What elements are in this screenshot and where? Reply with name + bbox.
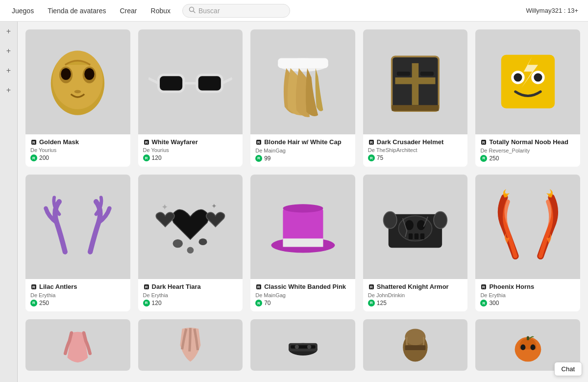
thumbnail-dark-heart-tiara: ✦ ✦ ✦	[138, 175, 243, 280]
item-price-dark-crusader: R 75	[368, 154, 463, 161]
svg-text:✦: ✦	[161, 203, 168, 212]
robux-price-icon: R	[255, 300, 262, 306]
nav-crear[interactable]: Crear	[114, 4, 143, 18]
main-content: R Golden Mask De Yourius R 200	[18, 22, 588, 382]
item-creator-dark-heart-tiara: De Erythia	[143, 292, 238, 298]
svg-rect-28	[392, 105, 439, 111]
item-creator-noob-head: De Reverse_Polarity	[480, 148, 575, 153]
thumbnail-classic-white-banded	[250, 175, 355, 280]
item-card-blonde-hair[interactable]: R Blonde Hair w/ White Cap De MainGag R …	[250, 29, 355, 167]
item-card-pink-outfit[interactable]	[25, 319, 130, 371]
item-name-noob-head: R Totally Normal Noob Head	[480, 138, 575, 147]
navbar: Juegos Tienda de avatares Crear Robux Wi…	[0, 0, 588, 22]
svg-text:R: R	[370, 140, 373, 145]
svg-rect-59	[415, 233, 419, 239]
svg-rect-73	[405, 345, 426, 350]
robux-icon: R	[368, 139, 375, 146]
robux-price-icon: R	[368, 154, 375, 161]
svg-text:R: R	[483, 285, 486, 289]
svg-point-3	[53, 51, 103, 110]
item-price-white-wayfarer: R 120	[143, 154, 238, 161]
item-card-shattered-knight[interactable]: R Shattered Knight Armor De JohnDrinkin …	[363, 175, 468, 312]
svg-point-7	[84, 68, 95, 80]
sidebar-icon-1[interactable]: +	[3, 25, 15, 37]
thumbnail-phoenix-horns	[475, 175, 580, 280]
item-info-phoenix-horns: R Phoenix Horns De Erythia R 300	[475, 279, 580, 311]
item-name-blonde-hair: R Blonde Hair w/ White Cap	[255, 138, 350, 147]
robux-icon: R	[143, 283, 150, 290]
robux-icon: R	[480, 139, 487, 146]
nav-robux[interactable]: Robux	[145, 4, 176, 18]
svg-rect-26	[420, 72, 434, 76]
search-input[interactable]	[198, 7, 284, 15]
thumbnail-blonde-hair	[250, 29, 355, 134]
thumbnail-dark-crusader	[363, 29, 468, 134]
item-info-blonde-hair: R Blonde Hair w/ White Cap De MainGag R …	[250, 134, 355, 167]
item-name-classic-white-banded: R Classic White Banded Pink	[255, 283, 350, 291]
thumbnail-noob-head	[475, 29, 580, 134]
thumbnail-white-wayfarer	[138, 29, 243, 134]
svg-point-35	[534, 74, 542, 82]
nav-tienda[interactable]: Tienda de avatares	[42, 4, 112, 18]
item-name-dark-crusader: R Dark Crusader Helmet	[368, 138, 463, 147]
item-card-classic-white-banded[interactable]: R Classic White Banded Pink De MainGag R…	[250, 175, 355, 312]
item-creator-white-wayfarer: De Yourius	[143, 147, 238, 153]
item-info-dark-heart-tiara: R Dark Heart Tiara De Erythia R 120	[138, 279, 243, 311]
item-name-lilac-antlers: R Lilac Antlers	[30, 283, 125, 291]
svg-line-1	[193, 11, 195, 13]
item-card-pink-hair2[interactable]	[138, 319, 243, 371]
svg-point-77	[530, 344, 535, 350]
sidebar-icon-4[interactable]: +	[3, 84, 15, 96]
item-card-lilac-antlers[interactable]: R Lilac Antlers De Erythia R 250	[25, 175, 130, 312]
svg-text:R: R	[145, 285, 148, 289]
thumbnail-pink-hair2	[138, 319, 243, 371]
sidebar: + + + +	[0, 22, 18, 382]
item-card-phoenix-horns[interactable]: R Phoenix Horns De Erythia R 300	[475, 175, 580, 312]
item-info-lilac-antlers: R Lilac Antlers De Erythia R 250	[25, 279, 130, 311]
item-card-noob-head[interactable]: R Totally Normal Noob Head De Reverse_Po…	[475, 29, 580, 167]
svg-text:R: R	[257, 140, 260, 145]
svg-rect-25	[397, 72, 410, 76]
robux-icon: R	[143, 139, 150, 146]
svg-point-71	[307, 345, 311, 349]
robux-icon: R	[480, 283, 487, 290]
robux-price-icon: R	[143, 154, 150, 161]
item-name-golden-mask: R Golden Mask	[30, 138, 125, 147]
item-creator-blonde-hair: De MainGag	[255, 148, 350, 153]
sidebar-icon-2[interactable]: +	[3, 45, 15, 57]
svg-point-34	[514, 74, 522, 82]
item-name-dark-heart-tiara: R Dark Heart Tiara	[143, 283, 238, 291]
item-card-black-item[interactable]	[250, 319, 355, 371]
thumbnail-lilac-antlers	[25, 175, 130, 280]
item-price-blonde-hair: R 99	[255, 155, 350, 162]
nav-juegos[interactable]: Juegos	[6, 4, 40, 18]
item-card-white-wayfarer[interactable]: R White Wayfarer De Yourius R 120	[138, 29, 243, 167]
svg-text:R: R	[483, 140, 486, 145]
robux-icon: R	[255, 283, 262, 290]
svg-point-74	[405, 329, 426, 345]
thumbnail-golden-mask	[25, 29, 130, 134]
robux-icon: R	[30, 139, 37, 146]
robux-price-icon: R	[368, 300, 375, 306]
item-card-golden-mask[interactable]: R Golden Mask De Yourius R 200	[25, 29, 130, 167]
svg-point-62	[434, 212, 447, 229]
sidebar-icon-3[interactable]: +	[3, 65, 15, 76]
item-card-brown-helmet2[interactable]	[363, 319, 468, 371]
item-price-shattered-knight: R 125	[368, 300, 463, 306]
item-price-golden-mask: R 200	[30, 154, 125, 161]
item-info-noob-head: R Totally Normal Noob Head De Reverse_Po…	[475, 134, 580, 167]
svg-text:R: R	[370, 285, 373, 289]
svg-rect-24	[395, 77, 436, 84]
svg-rect-12	[197, 75, 222, 92]
item-creator-shattered-knight: De JohnDrinkin	[368, 292, 463, 298]
svg-point-45	[187, 247, 194, 254]
item-card-dark-crusader[interactable]: R Dark Crusader Helmet De TheShipArchite…	[363, 29, 468, 167]
svg-text:R: R	[32, 285, 35, 289]
svg-rect-60	[420, 233, 425, 239]
item-creator-dark-crusader: De TheShipArchitect	[368, 147, 463, 153]
item-card-dark-heart-tiara[interactable]: ✦ ✦ ✦ R Dark Heart Tiara	[138, 175, 243, 312]
item-creator-phoenix-horns: De Erythia	[480, 292, 575, 298]
svg-rect-19	[278, 58, 328, 69]
chat-button[interactable]: Chat	[554, 362, 582, 376]
thumbnail-pink-outfit	[25, 319, 130, 371]
